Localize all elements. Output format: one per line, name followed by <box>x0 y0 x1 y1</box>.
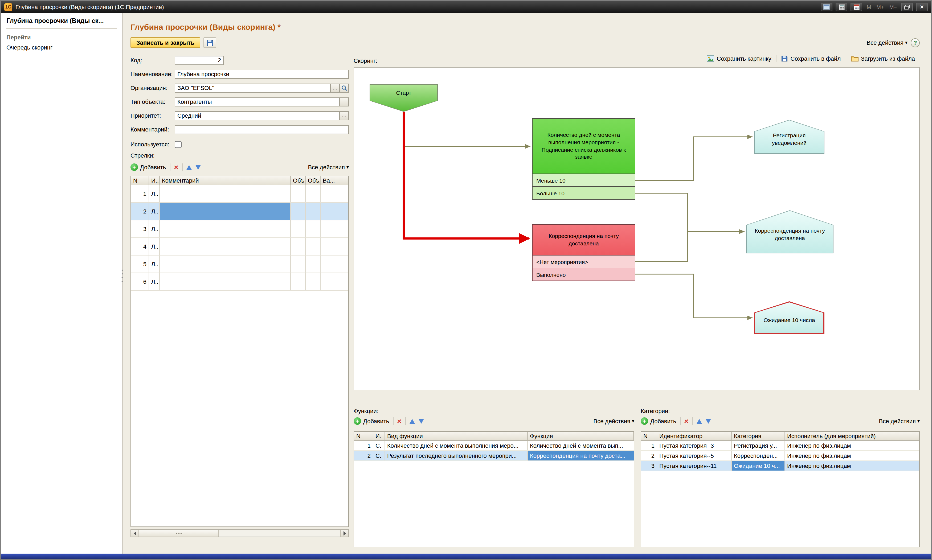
sidebar-splitter[interactable] <box>120 267 123 282</box>
cell-identifier[interactable]: Пустая категория--5 <box>657 451 732 460</box>
categories-move-up-button[interactable] <box>696 418 702 423</box>
cell-obj1[interactable] <box>291 203 306 220</box>
cell-function[interactable]: Количество дней с момента вып... <box>528 441 634 450</box>
condition-green-option-2[interactable]: Больше 10 <box>533 186 635 199</box>
scrollbar-track[interactable] <box>219 530 340 537</box>
cell-obj1[interactable] <box>291 255 306 272</box>
form-all-actions-button[interactable]: Все действия ▾ <box>867 39 907 46</box>
save-to-file-button[interactable]: Сохранить в файл <box>776 55 846 62</box>
table-row[interactable]: 1 С. Количество дней с момента выполнени… <box>354 441 634 451</box>
cell-comment-focused[interactable] <box>160 203 291 220</box>
cell-n[interactable]: 1 <box>641 441 657 450</box>
scoring-diagram-canvas[interactable]: Старт Количество дней с момента выполнен… <box>354 67 920 390</box>
cell-comment[interactable] <box>160 185 291 202</box>
diagram-start-node[interactable]: Старт <box>370 84 438 112</box>
cell-obj2[interactable] <box>306 203 320 220</box>
priority-input[interactable] <box>175 112 339 120</box>
cell-n[interactable]: 3 <box>641 461 657 471</box>
cell-category-focused[interactable]: Ожидание 10 ч... <box>732 461 785 471</box>
arrows-move-up-button[interactable] <box>186 165 192 169</box>
cell-va[interactable] <box>320 238 348 255</box>
cell-i[interactable]: Л.. <box>149 273 160 290</box>
load-from-file-button[interactable]: Загрузить из файла <box>846 55 920 62</box>
cell-obj2[interactable] <box>306 273 320 290</box>
table-row-selected[interactable]: 3 Пустая категория--11 Ожидание 10 ч... … <box>641 461 919 471</box>
cell-obj2[interactable] <box>306 220 320 237</box>
priority-select-button[interactable]: … <box>339 112 348 120</box>
cell-n[interactable]: 1 <box>131 185 149 202</box>
functions-move-down-button[interactable] <box>419 418 424 423</box>
arrows-add-button[interactable]: + Добавить <box>131 163 166 171</box>
categories-all-actions-button[interactable]: Все действия ▾ <box>879 418 920 424</box>
cell-i[interactable]: С. <box>373 441 385 450</box>
categories-table[interactable]: N Идентификатор Категория Исполнитель (д… <box>641 431 920 547</box>
diagram-condition-red-node[interactable]: Корреспонденция на почту доставлена <Нет… <box>532 224 635 281</box>
service-window-icon[interactable] <box>821 3 833 11</box>
cell-va[interactable] <box>320 255 348 272</box>
cell-executor[interactable]: Инженер по физ.лицам <box>785 451 919 460</box>
save-button[interactable] <box>203 37 216 48</box>
object-type-select-button[interactable]: … <box>339 98 348 106</box>
cell-i[interactable]: Л.. <box>149 203 160 220</box>
table-row[interactable]: 6 Л.. <box>131 273 348 291</box>
functions-table[interactable]: N И. Вид функции Функция 1 С. Количество… <box>354 431 634 547</box>
memory-mplus-button[interactable]: M+ <box>875 4 885 10</box>
cell-function-kind[interactable]: Количество дней с момента выполнения мер… <box>385 441 528 450</box>
calendar-icon[interactable] <box>851 3 863 11</box>
diagram-condition-green-node[interactable]: Количество дней с момента выполнения мер… <box>532 118 635 200</box>
functions-delete-button[interactable]: × <box>397 417 401 425</box>
help-button[interactable]: ? <box>911 38 920 47</box>
table-row[interactable]: 1 Пустая категория--3 Регистрация у... И… <box>641 441 919 451</box>
cell-comment[interactable] <box>160 273 291 290</box>
categories-delete-button[interactable]: × <box>684 417 689 425</box>
object-type-input[interactable] <box>175 98 339 106</box>
sidebar-item-scoring-queue[interactable]: Очередь скоринг <box>6 44 117 51</box>
save-picture-button[interactable]: Сохранить картинку <box>702 55 776 62</box>
condition-green-option-1[interactable]: Меньше 10 <box>533 174 635 186</box>
cell-comment[interactable] <box>160 220 291 237</box>
calculator-icon[interactable] <box>836 3 847 11</box>
scroll-right-button[interactable] <box>340 530 348 537</box>
cell-identifier[interactable]: Пустая категория--11 <box>657 461 732 471</box>
diagram-activity-mail-delivered[interactable]: Корреспонденция на почту доставлена <box>746 210 833 253</box>
table-row[interactable]: 1 Л.. <box>131 185 348 203</box>
organization-select-button[interactable]: … <box>330 84 339 92</box>
table-row[interactable]: 5 Л.. <box>131 255 348 273</box>
functions-add-button[interactable]: + Добавить <box>354 417 389 425</box>
table-row[interactable]: 3 Л.. <box>131 220 348 238</box>
organization-open-button[interactable] <box>339 84 348 92</box>
cell-function-kind[interactable]: Результат последнего выполненного меропр… <box>385 451 528 460</box>
close-window-button[interactable]: × <box>916 3 928 11</box>
cell-executor[interactable]: Инженер по физ.лицам <box>785 461 919 471</box>
cell-i[interactable]: Л.. <box>149 220 160 237</box>
cell-obj2[interactable] <box>306 185 320 202</box>
cell-va[interactable] <box>320 203 348 220</box>
cell-n[interactable]: 2 <box>131 203 149 220</box>
cell-i[interactable]: Л.. <box>149 255 160 272</box>
diagram-activity-wait-10th[interactable]: Ожидание 10 числа <box>754 301 824 334</box>
cell-va[interactable] <box>320 220 348 237</box>
cell-n[interactable]: 2 <box>354 451 373 460</box>
cell-i[interactable]: С. <box>373 451 385 460</box>
cell-category[interactable]: Регистрация у... <box>732 441 785 450</box>
cell-i[interactable]: Л.. <box>149 185 160 202</box>
table-row-selected[interactable]: 2 Л.. <box>131 203 348 220</box>
arrows-table[interactable]: N И.. Комментарий Объ... Объ... Ва... 1 … <box>131 176 349 527</box>
cell-n[interactable]: 3 <box>131 220 149 237</box>
cell-comment[interactable] <box>160 255 291 272</box>
cell-va[interactable] <box>320 273 348 290</box>
arrows-horizontal-scrollbar[interactable] <box>131 529 349 537</box>
cell-function-focused[interactable]: Корреспонденция на почту доста... <box>528 451 634 460</box>
memory-mminus-button[interactable]: M− <box>888 4 898 10</box>
cell-obj1[interactable] <box>291 220 306 237</box>
functions-all-actions-button[interactable]: Все действия ▾ <box>593 418 634 424</box>
table-row[interactable]: 4 Л.. <box>131 238 348 255</box>
categories-move-down-button[interactable] <box>706 418 711 423</box>
cell-obj1[interactable] <box>291 273 306 290</box>
condition-red-option-2[interactable]: Выполнено <box>533 268 635 280</box>
cell-n[interactable]: 1 <box>354 441 373 450</box>
cell-obj2[interactable] <box>306 238 320 255</box>
arrows-all-actions-button[interactable]: Все действия ▾ <box>308 164 349 170</box>
cell-va[interactable] <box>320 185 348 202</box>
cell-n[interactable]: 4 <box>131 238 149 255</box>
